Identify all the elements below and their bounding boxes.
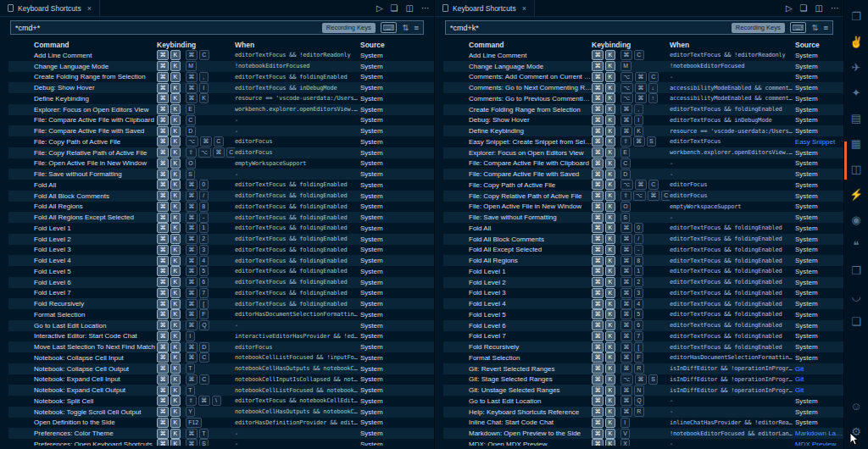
table-row[interactable]: Explorer: Focus on Open Editors View⌘KEw…: [8, 104, 434, 115]
open-changes-icon[interactable]: ❏: [391, 4, 398, 13]
filter-icon[interactable]: ≡: [414, 24, 419, 32]
reader-icon[interactable]: ❒: [849, 258, 863, 283]
table-row[interactable]: MDX: Open MDX Preview⌘KX-MDX Preview: [443, 439, 843, 446]
table-row[interactable]: File: Compare Active File with Saved⌘KD-…: [8, 125, 434, 136]
column-when[interactable]: When: [670, 41, 795, 49]
table-row[interactable]: Fold Level 5⌘K⌘5editorTextFocus && foldi…: [443, 309, 843, 320]
table-row[interactable]: Fold Level 4⌘K⌘4editorTextFocus && foldi…: [8, 255, 434, 266]
table-row[interactable]: Go to Last Edit Location⌘K⌘Q-System: [443, 396, 843, 407]
open-changes-icon[interactable]: ❏: [800, 4, 808, 13]
table-row[interactable]: Define Keybinding⌘K⌘Kresource == 'vscode…: [443, 125, 843, 136]
table-row[interactable]: Fold All⌘K⌘0editorTextFocus && foldingEn…: [8, 180, 434, 191]
table-row[interactable]: Fold Level 2⌘K⌘2editorTextFocus && foldi…: [443, 277, 843, 288]
table-row[interactable]: File: Copy Path of Active File⌘K⌥⌘Cedito…: [8, 136, 434, 147]
column-keybinding[interactable]: Keybinding: [157, 41, 235, 49]
table-row[interactable]: Fold Level 7⌘K⌘7editorTextFocus && foldi…: [443, 331, 843, 342]
column-command[interactable]: Command: [469, 41, 592, 49]
table-row[interactable]: Help: Keyboard Shortcuts Reference⌘K⌘R-S…: [443, 407, 843, 418]
tab-keyboard-shortcuts[interactable]: Keyboard Shortcuts ×: [0, 0, 100, 16]
table-row[interactable]: File: Open Active File in New Window⌘KOe…: [8, 158, 434, 169]
sort-precedence-icon[interactable]: ⇅: [402, 24, 409, 32]
send-icon[interactable]: ✈: [849, 54, 863, 80]
person-icon[interactable]: ✦: [849, 80, 863, 105]
table-row[interactable]: Fold Level 4⌘K⌘4editorTextFocus && foldi…: [443, 298, 843, 309]
table-row[interactable]: Comments: Go to Next Commenting Ran…⌘K⌥⌘…: [443, 82, 843, 93]
source-link[interactable]: Git: [795, 375, 843, 383]
table-row[interactable]: Explorer: Focus on Open Editors View⌘KEw…: [443, 147, 843, 158]
table-row[interactable]: Fold Level 3⌘K⌘3editorTextFocus && foldi…: [8, 245, 434, 256]
table-row[interactable]: Move Last Selection To Next Find Match⌘K…: [8, 341, 434, 352]
table-row[interactable]: Fold Recursively⌘K⌘[editorTextFocus && f…: [443, 341, 843, 352]
table-row[interactable]: Add Line Comment⌘K⌘CeditorTextFocus && !…: [8, 50, 434, 61]
table-row[interactable]: Notebook: Collapse Cell Input⌘K⌘Cnoteboo…: [8, 352, 434, 363]
table-row[interactable]: Fold Level 1⌘K⌘1editorTextFocus && foldi…: [8, 223, 434, 234]
column-when[interactable]: When: [235, 41, 360, 49]
files-icon[interactable]: ❐: [849, 3, 863, 29]
table-row[interactable]: File: Copy Path of Active File⌘K⌥⌘Cedito…: [443, 180, 843, 191]
table-row[interactable]: Fold Level 6⌘K⌘6editorTextFocus && foldi…: [8, 277, 434, 288]
table-row[interactable]: Fold Level 5⌘K⌘5editorTextFocus && foldi…: [8, 266, 434, 277]
column-keybinding[interactable]: Keybinding: [592, 41, 670, 49]
table-row[interactable]: Fold All Block Comments⌘K⌘/editorTextFoc…: [443, 234, 843, 245]
table-row[interactable]: Preferences: Open Keyboard Shortcuts⌘K⌘S…: [8, 439, 434, 446]
split-editor-icon[interactable]: ◫: [815, 4, 823, 13]
table-row[interactable]: Fold Level 7⌘K⌘7editorTextFocus && foldi…: [8, 288, 434, 299]
column-source[interactable]: Source: [795, 41, 843, 49]
sort-precedence-icon[interactable]: ⇅: [811, 24, 818, 32]
table-row[interactable]: Open Definition to the Side⌘KF12editorHa…: [8, 418, 434, 429]
table-row[interactable]: File: Compare Active File with Clipboard…: [443, 158, 843, 169]
table-row[interactable]: Notebook: Collapse Cell Output⌘KTnoteboo…: [8, 363, 434, 374]
table-row[interactable]: Fold All Regions⌘K⌘8editorTextFocus && f…: [443, 255, 843, 266]
table-row[interactable]: Notebook: Expand Cell Output⌘KTnotebookC…: [8, 385, 434, 396]
table-row[interactable]: Preferences: Color Theme⌘K⌘T-System: [8, 428, 434, 439]
table-row[interactable]: File: Copy Relative Path of Active File⌘…: [443, 191, 843, 202]
table-row[interactable]: Git: Unstage Selected Ranges⌘K⌘NisInDiff…: [443, 385, 843, 396]
source-link[interactable]: Git: [795, 365, 843, 373]
zap-icon[interactable]: ⚡: [849, 181, 863, 207]
notebook-icon[interactable]: ▤: [849, 105, 863, 130]
table-row[interactable]: File: Copy Relative Path of Active File⌘…: [8, 147, 434, 158]
more-actions-icon[interactable]: ⋯: [831, 4, 839, 13]
source-link[interactable]: Git: [795, 386, 843, 394]
more-actions-icon[interactable]: ⋯: [421, 4, 430, 13]
run-icon[interactable]: ▷: [786, 4, 793, 13]
table-row[interactable]: Fold All⌘K⌘0editorTextFocus && foldingEn…: [443, 223, 843, 234]
quotes-icon[interactable]: ❝: [849, 232, 863, 258]
table-row[interactable]: Fold All Except Selected⌘K⌘-editorTextFo…: [443, 245, 843, 256]
table-row[interactable]: Fold All Regions⌘K⌘8editorTextFocus && f…: [8, 202, 434, 213]
table-row[interactable]: Git: Revert Selected Ranges⌘K⌘RisInDiffE…: [443, 363, 843, 374]
table-row[interactable]: Format Selection⌘K⌘FeditorHasDocumentSel…: [8, 309, 434, 320]
keybindings-search-input[interactable]: *cmd+k* Recording Keys ⌨ ⇅ ≡: [445, 20, 833, 35]
record-keys-toggle[interactable]: ⌨: [790, 22, 807, 33]
search-value[interactable]: *cmd+*: [15, 24, 317, 32]
table-row[interactable]: Markdown: Open Preview to the Side⌘KV!no…: [443, 428, 843, 439]
table-row[interactable]: Fold All Regions Except Selected⌘K⌘-edit…: [8, 212, 434, 223]
table-row[interactable]: Fold Level 1⌘K⌘1editorTextFocus && foldi…: [443, 266, 843, 277]
hand-icon[interactable]: ✌: [849, 29, 863, 54]
table-row[interactable]: Change Language Mode⌘KM!notebookEditorFo…: [8, 61, 434, 72]
package-icon[interactable]: ◫: [849, 156, 863, 181]
table-row[interactable]: Add Line Comment⌘K⌘CeditorTextFocus && !…: [443, 50, 843, 61]
account-icon[interactable]: ☺: [844, 393, 868, 419]
table-row[interactable]: Create Folding Range from Selection⌘K⌘,e…: [443, 104, 843, 115]
table-row[interactable]: Go to Last Edit Location⌘K⌘Q-System: [8, 320, 434, 331]
table-row[interactable]: Define Keybinding⌘K⌘Kresource == 'vscode…: [8, 93, 434, 104]
table-row[interactable]: Notebook: Split Cell⌘K⇧⌘\editorTextFocus…: [8, 396, 434, 407]
column-command[interactable]: Command: [34, 41, 157, 49]
table-row[interactable]: Interactive Editor: Start Code Chat⌘KIin…: [8, 331, 434, 342]
table-row[interactable]: Fold Level 2⌘K⌘2editorTextFocus && foldi…: [8, 234, 434, 245]
table-row[interactable]: Create Folding Range from Selection⌘K⌘,e…: [8, 72, 434, 83]
record-keys-toggle[interactable]: ⌨: [381, 22, 398, 33]
table-row[interactable]: Debug: Show Hover⌘K⌘IeditorTextFocus && …: [8, 82, 434, 93]
table-row[interactable]: File: Save without Formatting⌘KS-System: [8, 169, 434, 180]
split-editor-icon[interactable]: ◫: [406, 4, 414, 13]
table-row[interactable]: Notebook: Toggle Scroll Cell Output⌘KYno…: [8, 407, 434, 418]
table-row[interactable]: Change Language Mode⌘KM!notebookEditorFo…: [443, 61, 843, 72]
table-row[interactable]: File: Compare Active File with Clipboard…: [8, 115, 434, 126]
table-row[interactable]: Fold Level 6⌘K⌘6editorTextFocus && foldi…: [443, 320, 843, 331]
table-row[interactable]: Fold All Block Comments⌘K⌘/editorTextFoc…: [8, 191, 434, 202]
close-icon[interactable]: ×: [522, 4, 526, 13]
source-link[interactable]: MDX Preview: [795, 441, 843, 446]
table-row[interactable]: Comments: Go to Previous Commenting…⌘K⌥⌘…: [443, 93, 843, 104]
run-icon[interactable]: ▷: [376, 4, 383, 13]
